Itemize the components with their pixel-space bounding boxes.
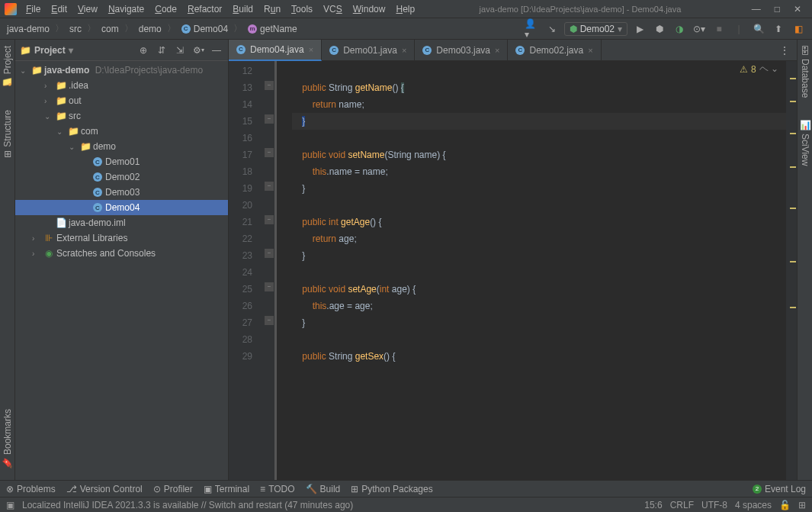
editor-body[interactable]: ⚠ 8 ヘ ⌄ 12131415161718192021222324252627… bbox=[229, 61, 797, 480]
fold-toggle-icon[interactable]: − bbox=[265, 148, 274, 157]
breadcrumb-item[interactable]: java-demo bbox=[3, 23, 53, 35]
fold-toggle-icon[interactable]: − bbox=[265, 182, 274, 191]
tree-item-demo03[interactable]: CDemo03 bbox=[15, 185, 228, 200]
close-icon[interactable]: × bbox=[309, 45, 313, 54]
fold-gutter[interactable]: −−−−−−−− bbox=[263, 61, 277, 480]
tree-item-demo02[interactable]: CDemo02 bbox=[15, 169, 228, 185]
status-bar: ▣ Localized IntelliJ IDEA 2021.3.3 is av… bbox=[0, 497, 812, 512]
build-icon[interactable]: ↘ bbox=[544, 21, 560, 37]
fold-toggle-icon[interactable]: − bbox=[265, 81, 274, 90]
collapse-all-icon[interactable]: ⇲ bbox=[173, 43, 187, 57]
settings-icon[interactable]: ⚙ ▾ bbox=[191, 43, 205, 57]
tree-item-demo[interactable]: ⌄📁demo bbox=[15, 139, 228, 154]
close-icon[interactable]: × bbox=[588, 46, 592, 55]
memory-icon[interactable]: ⊞ bbox=[798, 500, 806, 510]
select-opened-icon[interactable]: ⊕ bbox=[136, 43, 150, 57]
encoding[interactable]: UTF-8 bbox=[701, 500, 727, 510]
caret-position[interactable]: 15:6 bbox=[644, 500, 662, 510]
tree-item-demo04[interactable]: CDemo04 bbox=[15, 200, 228, 215]
stop-button[interactable]: ■ bbox=[711, 21, 727, 37]
debug-button[interactable]: ⬢ bbox=[652, 21, 667, 37]
bottom-profiler[interactable]: ⊙Profiler bbox=[153, 484, 193, 494]
tree-item-demo01[interactable]: CDemo01 bbox=[15, 154, 228, 169]
bottom-problems[interactable]: ⊗Problems bbox=[6, 484, 56, 494]
menu-window[interactable]: Window bbox=[348, 2, 390, 16]
project-tab[interactable]: 📁Project bbox=[2, 43, 13, 92]
bottom-version-control[interactable]: ⎇Version Control bbox=[66, 484, 143, 494]
line-number-gutter[interactable]: 121314151617181920212223242526272829 bbox=[229, 61, 263, 480]
bottom-python-packages[interactable]: ⊞Python Packages bbox=[351, 484, 432, 494]
run-config-selector[interactable]: ⬢ Demo02 ▾ bbox=[564, 22, 627, 36]
fold-toggle-icon[interactable]: − bbox=[265, 215, 274, 224]
maximize-button[interactable]: □ bbox=[775, 4, 780, 14]
fold-toggle-icon[interactable]: − bbox=[265, 114, 274, 124]
editor-tab-demo01-java[interactable]: CDemo01.java× bbox=[322, 40, 415, 61]
tree-item--idea[interactable]: ›📁.idea bbox=[15, 78, 228, 93]
tree-item-java-demo-iml[interactable]: 📄java-demo.iml bbox=[15, 215, 228, 230]
editor-tab-demo02-java[interactable]: CDemo02.java× bbox=[508, 40, 601, 61]
sciview-tab[interactable]: 📊SciView bbox=[800, 116, 810, 169]
close-icon[interactable]: × bbox=[402, 46, 406, 55]
marker-bar[interactable] bbox=[786, 61, 797, 480]
user-icon[interactable]: 👤▾ bbox=[525, 21, 540, 37]
run-button[interactable]: ▶ bbox=[632, 21, 647, 37]
menu-tools[interactable]: Tools bbox=[287, 2, 317, 16]
minimize-button[interactable]: — bbox=[752, 4, 761, 14]
menu-navigate[interactable]: Navigate bbox=[104, 2, 149, 16]
project-root[interactable]: ⌄📁 java-demo D:\IdeaProjects\java-demo bbox=[15, 63, 228, 78]
editor-tab-demo04-java[interactable]: CDemo04.java× bbox=[229, 40, 322, 61]
tree-item-src[interactable]: ⌄📁src bbox=[15, 108, 228, 124]
status-message[interactable]: Localized IntelliJ IDEA 2021.3.3 is avai… bbox=[22, 500, 353, 510]
menu-run[interactable]: Run bbox=[259, 2, 285, 16]
tabs-more-icon[interactable]: ⋮ bbox=[772, 45, 797, 56]
menu-vcs[interactable]: VCS bbox=[319, 2, 347, 16]
ide-update-icon[interactable]: ◧ bbox=[791, 21, 806, 37]
tree-item-out[interactable]: ›📁out bbox=[15, 93, 228, 108]
tree-item-com[interactable]: ⌄📁com bbox=[15, 124, 228, 139]
bookmarks-tab[interactable]: 🔖Bookmarks bbox=[2, 406, 13, 472]
database-tab[interactable]: 🗄Database bbox=[800, 43, 810, 101]
editor-tab-demo03-java[interactable]: CDemo03.java× bbox=[415, 40, 508, 61]
indent[interactable]: 4 spaces bbox=[735, 500, 772, 510]
close-icon[interactable]: × bbox=[495, 46, 499, 55]
code-area[interactable]: public String getName() { return name; }… bbox=[277, 61, 786, 480]
menu-view[interactable]: View bbox=[73, 2, 102, 16]
project-panel-title[interactable]: 📁 Project ▾ bbox=[20, 45, 132, 56]
toggle-tools-icon[interactable]: ▣ bbox=[6, 500, 14, 510]
fold-toggle-icon[interactable]: − bbox=[265, 316, 274, 325]
close-button[interactable]: ✕ bbox=[794, 4, 801, 14]
fold-toggle-icon[interactable]: − bbox=[265, 282, 274, 291]
warning-icon: ⚠ bbox=[740, 64, 748, 75]
sync-button[interactable]: ⬆ bbox=[771, 21, 786, 37]
tree-item-scratches-and-consoles[interactable]: ›◉Scratches and Consoles bbox=[15, 246, 228, 261]
line-ending[interactable]: CRLF bbox=[670, 500, 694, 510]
breadcrumb-item[interactable]: src bbox=[66, 23, 85, 35]
breadcrumb-item[interactable]: CDemo04 bbox=[178, 23, 232, 35]
fold-toggle-icon[interactable]: − bbox=[265, 249, 274, 258]
expand-all-icon[interactable]: ⇵ bbox=[155, 43, 168, 57]
breadcrumb-item[interactable]: com bbox=[98, 23, 123, 35]
menu-build[interactable]: Build bbox=[228, 2, 258, 16]
right-toolbar: 🗄Database 📊SciView bbox=[797, 40, 812, 480]
editor-panel: CDemo04.java×CDemo01.java×CDemo03.java×C… bbox=[229, 40, 797, 480]
menu-edit[interactable]: Edit bbox=[47, 2, 72, 16]
breadcrumb-item[interactable]: demo bbox=[135, 23, 165, 35]
event-log-button[interactable]: 2Event Log bbox=[753, 484, 806, 494]
coverage-button[interactable]: ◑ bbox=[672, 21, 687, 37]
bottom-terminal[interactable]: ▣Terminal bbox=[204, 484, 249, 494]
main-area: 📁Project ⊞Structure 🔖Bookmarks 📁 Project… bbox=[0, 40, 812, 480]
menu-help[interactable]: Help bbox=[391, 2, 419, 16]
tree-item-external-libraries[interactable]: ›⊪External Libraries bbox=[15, 230, 228, 246]
readonly-icon[interactable]: 🔓 bbox=[779, 500, 791, 510]
profile-button[interactable]: ⊙▾ bbox=[692, 21, 707, 37]
menu-file[interactable]: File bbox=[21, 2, 45, 16]
warnings-badge[interactable]: ⚠ 8 ヘ ⌄ bbox=[740, 63, 778, 76]
structure-tab[interactable]: ⊞Structure bbox=[2, 107, 13, 161]
bottom-todo[interactable]: ≡TODO bbox=[260, 484, 294, 494]
menu-refactor[interactable]: Refactor bbox=[183, 2, 226, 16]
search-button[interactable]: 🔍 bbox=[751, 21, 766, 37]
bottom-build[interactable]: 🔨Build bbox=[306, 484, 341, 494]
breadcrumb-item[interactable]: mgetName bbox=[244, 23, 301, 35]
menu-code[interactable]: Code bbox=[150, 2, 181, 16]
hide-panel-icon[interactable]: — bbox=[210, 43, 223, 57]
